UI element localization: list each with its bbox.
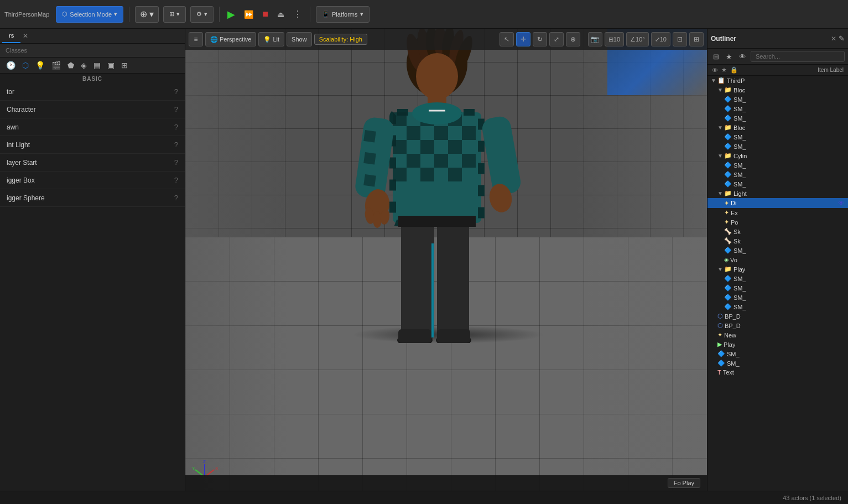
- tree-item[interactable]: T Text: [707, 368, 848, 377]
- tree-item[interactable]: 🔷 SM_: [707, 293, 848, 302]
- tree-item[interactable]: 🔷 SM_: [707, 349, 848, 358]
- tree-item[interactable]: ▶ Play: [707, 340, 848, 349]
- tree-item[interactable]: 🔷 SM_: [707, 246, 848, 255]
- tree-item[interactable]: ▼ 📁 Bloc: [707, 123, 848, 132]
- rotate-tool-button[interactable]: ↻: [533, 32, 547, 46]
- shapes-filter-icon[interactable]: ⬟: [66, 60, 76, 71]
- show-button[interactable]: Show: [287, 32, 312, 46]
- tree-item[interactable]: 🔷 SM_: [707, 160, 848, 170]
- tree-item[interactable]: ▼ 📋 ThirdP: [707, 76, 848, 85]
- visibility-icon[interactable]: 👁: [838, 199, 845, 207]
- expand-arrow-icon[interactable]: ▼: [717, 266, 723, 272]
- build-button[interactable]: ⚙ ▾: [190, 6, 214, 23]
- tree-item-selected[interactable]: ✦ Di 👁: [707, 198, 848, 208]
- play-button[interactable]: ▶: [225, 8, 237, 20]
- viewport[interactable]: ≡ 🌐 Perspective 💡 Lit Show Scalability: …: [185, 29, 707, 491]
- add-actor-button[interactable]: ⊕ ▾: [135, 6, 159, 23]
- outliner-star-filter-button[interactable]: ★: [724, 51, 735, 62]
- lights-filter-icon[interactable]: 💡: [34, 60, 46, 71]
- list-item[interactable]: Character ?: [0, 101, 185, 118]
- viewport-menu-button[interactable]: ≡: [189, 32, 203, 46]
- help-icon[interactable]: ?: [174, 87, 178, 96]
- tree-item[interactable]: ⬡ BP_D: [707, 321, 848, 330]
- lock-col-icon[interactable]: 🔒: [730, 66, 738, 74]
- camera-speed-button[interactable]: 📷: [588, 32, 602, 46]
- outliner-visibility-filter-button[interactable]: 👁: [737, 51, 748, 62]
- scale-tool-button[interactable]: ⤢: [549, 32, 564, 46]
- expand-arrow-icon[interactable]: ▼: [717, 190, 723, 196]
- tree-item[interactable]: ✦ Ex: [707, 208, 848, 217]
- recently-placed-icon[interactable]: 🕐: [4, 60, 17, 71]
- tree-item[interactable]: ✦ Po: [707, 217, 848, 227]
- transform-tool-button[interactable]: ✛: [516, 32, 530, 46]
- tree-item[interactable]: ✦ New: [707, 330, 848, 340]
- volumes-filter-icon[interactable]: ◈: [79, 60, 89, 71]
- tree-item[interactable]: ▼ 📁 Play: [707, 264, 848, 274]
- all-classes-icon[interactable]: ▤: [92, 60, 102, 71]
- grid-filter-icon[interactable]: ⊞: [119, 60, 129, 71]
- perspective-button[interactable]: 🌐 Perspective: [205, 32, 256, 46]
- expand-arrow-icon[interactable]: ▼: [711, 77, 716, 84]
- angle-snap-number[interactable]: ∠ 10°: [626, 32, 649, 46]
- select-tool-button[interactable]: ↖: [500, 32, 514, 46]
- scalability-button[interactable]: Scalability: High: [314, 34, 367, 45]
- outliner-filter-button[interactable]: ⊟: [711, 51, 721, 62]
- tab-close-button[interactable]: ✕: [23, 32, 28, 40]
- tree-item[interactable]: ◈ Vo: [707, 255, 848, 264]
- expand-arrow-icon[interactable]: ▼: [717, 87, 723, 93]
- viewport-options-button[interactable]: ⊞: [689, 32, 704, 46]
- tree-item[interactable]: 🦴 Sk: [707, 227, 848, 236]
- list-item[interactable]: layer Start ?: [0, 154, 185, 172]
- tree-item[interactable]: ▼ 📁 Light: [707, 189, 848, 198]
- grid-snap-button[interactable]: ⊞ ▾: [163, 6, 186, 23]
- tree-item[interactable]: 🔷 SM_: [707, 358, 848, 368]
- selection-mode-button[interactable]: ⬡ Selection Mode ▾: [56, 6, 123, 23]
- expand-arrow-icon[interactable]: ▼: [717, 124, 723, 131]
- list-item[interactable]: tor ?: [0, 83, 185, 101]
- platforms-button[interactable]: 📱 Platforms ▾: [316, 6, 369, 23]
- lit-button[interactable]: 💡 Lit: [258, 32, 284, 46]
- tree-item[interactable]: ⬡ BP_D: [707, 311, 848, 321]
- skip-button[interactable]: ⏩: [242, 10, 256, 19]
- tree-item[interactable]: 🔷 SM_: [707, 113, 848, 123]
- stop-button[interactable]: ■: [260, 8, 270, 20]
- outliner-close-button[interactable]: ✕: [831, 35, 836, 43]
- list-item[interactable]: int Light ?: [0, 136, 185, 154]
- fo-play-button[interactable]: Fo Play: [668, 478, 700, 488]
- tree-item[interactable]: 🔷 SM_: [707, 283, 848, 293]
- outliner-search-input[interactable]: [751, 51, 845, 62]
- help-icon[interactable]: ?: [174, 158, 178, 167]
- list-item[interactable]: awn ?: [0, 118, 185, 136]
- scale-snap-number[interactable]: ⤢ 10: [651, 32, 670, 46]
- tree-item[interactable]: ▼ 📁 Bloc: [707, 85, 848, 95]
- grid-snap-number[interactable]: ⊞ 10: [605, 32, 624, 46]
- outliner-edit-button[interactable]: ✎: [839, 34, 845, 43]
- tab-actors[interactable]: rs: [2, 29, 20, 43]
- tree-item[interactable]: 🔷 SM_: [707, 274, 848, 283]
- more-options-button[interactable]: ⋮: [291, 9, 304, 19]
- help-icon[interactable]: ?: [174, 123, 178, 131]
- help-icon[interactable]: ?: [174, 176, 178, 184]
- tree-item[interactable]: 🔷 SM_: [707, 95, 848, 104]
- eject-button[interactable]: ⏏: [275, 10, 287, 19]
- tree-item[interactable]: 🔷 SM_: [707, 170, 848, 179]
- tree-item[interactable]: 🔷 SM_: [707, 104, 848, 113]
- tree-item[interactable]: ▼ 📁 Cylin: [707, 151, 848, 160]
- help-icon[interactable]: ?: [174, 194, 178, 202]
- help-icon[interactable]: ?: [174, 141, 178, 149]
- tree-item[interactable]: 🔷 SM_: [707, 302, 848, 311]
- visibility-col-icon[interactable]: 👁: [712, 67, 718, 74]
- expand-arrow-icon[interactable]: ▼: [717, 153, 723, 159]
- bookmark-col-icon[interactable]: ★: [721, 66, 727, 74]
- viewport-layout-button[interactable]: ⊡: [673, 32, 687, 46]
- square-icon[interactable]: ▣: [106, 60, 116, 71]
- cinematics-filter-icon[interactable]: 🎬: [50, 60, 63, 71]
- classes-search-input[interactable]: [0, 44, 185, 58]
- help-icon[interactable]: ?: [174, 105, 178, 113]
- tree-item[interactable]: 🔷 SM_: [707, 142, 848, 151]
- list-item[interactable]: igger Sphere ?: [0, 189, 185, 207]
- basic-filter-icon[interactable]: ⬡: [20, 60, 30, 71]
- world-space-button[interactable]: ⊕: [566, 32, 580, 46]
- tree-item[interactable]: 🔷 SM_: [707, 132, 848, 142]
- tree-item[interactable]: 🦴 Sk: [707, 236, 848, 246]
